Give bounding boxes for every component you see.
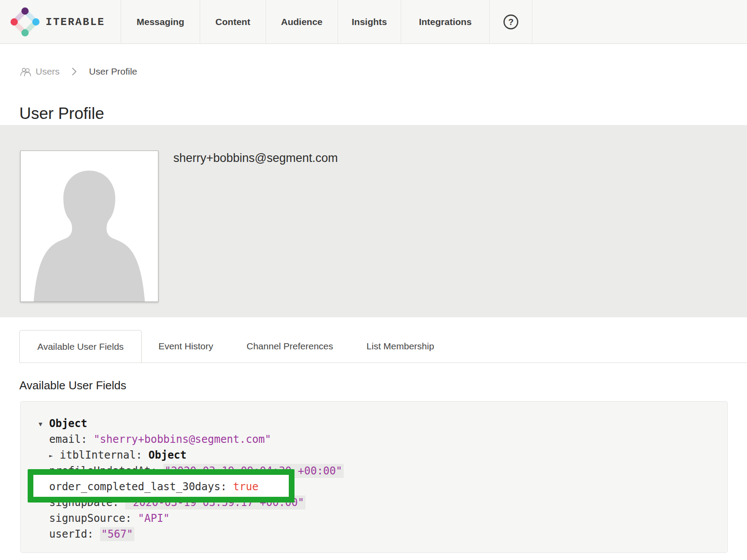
green-highlight-annotation	[28, 469, 294, 503]
section-heading: Available User Fields	[19, 378, 126, 392]
tab-channel-preferences[interactable]: Channel Preferences	[230, 330, 350, 363]
field-value: "API"	[138, 512, 169, 524]
field-value: Object	[148, 449, 187, 461]
breadcrumb-users-link[interactable]: Users	[20, 66, 60, 77]
tree-line-userid: userId: "567"	[49, 526, 344, 542]
tab-available-user-fields[interactable]: Available User Fields	[19, 330, 142, 363]
field-value: Object	[49, 417, 87, 430]
field-value: "567"	[100, 527, 134, 541]
iterable-logo-icon	[11, 7, 40, 36]
available-user-fields-panel: ▼Objectemail: "sherry+bobbins@segment.co…	[20, 401, 728, 553]
tree-line-signupsource: signupSource: "API"	[49, 510, 344, 526]
brand-wordmark: ITERABLE	[46, 16, 105, 28]
field-value: "sherry+bobbins@segment.com"	[93, 433, 271, 445]
person-silhouette-icon	[21, 151, 158, 302]
nav-item-insights[interactable]: Insights	[338, 0, 401, 44]
breadcrumb: Users User Profile	[20, 61, 137, 82]
svg-text:?: ?	[508, 17, 514, 27]
user-email: sherry+bobbins@segment.com	[173, 150, 338, 166]
field-key: itblInternal:	[60, 449, 148, 461]
tree-line-email: email: "sherry+bobbins@segment.com"	[49, 431, 344, 447]
tree-line-itblinternal: ►itblInternal: Object	[49, 447, 344, 463]
field-key: userId:	[49, 528, 100, 540]
tree-line-object: ▼Object	[39, 416, 344, 431]
chevron-right-icon	[72, 68, 77, 75]
help-question-icon: ?	[503, 14, 519, 30]
iterable-app-window: ITERABLE MessagingContentAudienceInsight…	[0, 0, 747, 560]
field-key: email:	[49, 433, 93, 445]
nav-item-integrations[interactable]: Integrations	[401, 0, 489, 44]
nav-item-audience[interactable]: Audience	[266, 0, 338, 44]
nav-menu: MessagingContentAudienceInsightsIntegrat…	[121, 0, 489, 44]
nav-item-messaging[interactable]: Messaging	[121, 0, 200, 44]
tab-bar: Available User FieldsEvent HistoryChanne…	[19, 330, 747, 363]
profile-hero-section: sherry+bobbins@segment.com	[0, 125, 747, 317]
avatar-placeholder-image	[20, 151, 158, 302]
page-title: User Profile	[19, 104, 104, 123]
tab-list-membership[interactable]: List Membership	[350, 330, 451, 363]
iterable-logo-link[interactable]: ITERABLE	[11, 7, 105, 36]
collapse-triangle-icon[interactable]: ▼	[39, 416, 49, 432]
expand-arrow-icon[interactable]: ►	[49, 448, 60, 463]
field-key: signupSource:	[49, 512, 138, 524]
nav-item-content[interactable]: Content	[200, 0, 266, 44]
users-icon	[20, 67, 32, 76]
top-nav-bar: ITERABLE MessagingContentAudienceInsight…	[0, 0, 747, 44]
breadcrumb-users-label: Users	[36, 66, 60, 77]
help-button[interactable]: ?	[489, 0, 532, 44]
breadcrumb-current: User Profile	[89, 66, 137, 77]
tab-event-history[interactable]: Event History	[142, 330, 230, 363]
